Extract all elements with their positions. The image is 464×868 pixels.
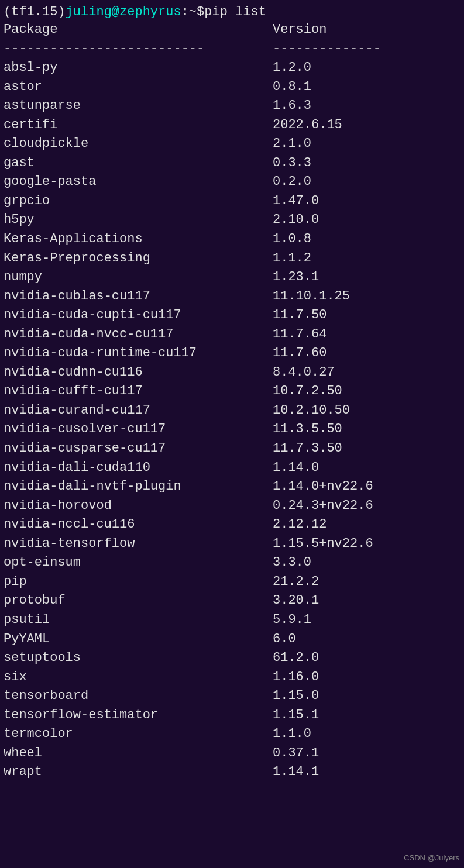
package-version: 0.37.1 [273,744,460,763]
prompt-separator: :~$ [181,5,205,19]
header-version: Version [273,20,460,40]
package-name: six [4,668,273,687]
package-name: nvidia-tensorflow [4,535,273,554]
package-name: grpcio [4,192,273,211]
package-version: 6.0 [273,630,460,649]
package-name: nvidia-horovod [4,497,273,516]
terminal: (tf1.15) juling@zephyrus :~$ pip list Pa… [4,5,460,782]
divider-version: -------------- [273,40,460,59]
table-row: nvidia-cuda-nvcc-cu11711.7.64 [4,325,460,345]
table-row: nvidia-curand-cu11710.2.10.50 [4,401,460,421]
package-version: 0.24.3+nv22.6 [273,497,460,516]
package-version: 1.15.0 [273,687,460,706]
package-rows: absl-py1.2.0astor0.8.1astunparse1.6.3cer… [4,58,460,782]
package-name: tensorboard [4,687,273,706]
package-version: 11.7.60 [273,344,460,363]
package-name: cloudpickle [4,135,273,154]
table-row: nvidia-cudnn-cu1168.4.0.27 [4,363,460,383]
table-row: six1.16.0 [4,668,460,687]
package-name: nvidia-cusparse-cu117 [4,439,273,459]
package-version: 1.16.0 [273,668,460,687]
table-row: nvidia-dali-nvtf-plugin1.14.0+nv22.6 [4,477,460,497]
package-version: 1.1.0 [273,725,460,744]
package-version: 8.4.0.27 [273,363,460,383]
package-name: gast [4,154,273,173]
package-name: certifi [4,116,273,135]
package-name: nvidia-dali-nvtf-plugin [4,477,273,497]
table-row: PyYAML6.0 [4,630,460,649]
table-row: tensorboard1.15.0 [4,687,460,706]
table-row: nvidia-cusolver-cu11711.3.5.50 [4,420,460,439]
package-name: nvidia-cufft-cu117 [4,382,273,401]
package-name: pip [4,573,273,592]
package-version: 2.1.0 [273,135,460,154]
divider-package: -------------------------- [4,40,273,59]
table-row: nvidia-cufft-cu11710.7.2.50 [4,382,460,401]
package-version: 21.2.2 [273,573,460,592]
package-version: 1.0.8 [273,230,460,249]
package-version: 11.3.5.50 [273,420,460,439]
prompt-env: (tf1.15) [4,5,66,19]
package-version: 3.20.1 [273,591,460,611]
table-divider: -------------------------- -------------… [4,40,460,59]
table-row: nvidia-cuda-runtime-cu11711.7.60 [4,344,460,363]
package-version: 1.14.0 [273,459,460,478]
package-name: astunparse [4,97,273,116]
table-row: nvidia-nccl-cu1162.12.12 [4,515,460,535]
package-name: nvidia-cublas-cu117 [4,287,273,306]
package-name: setuptools [4,649,273,668]
package-name: astor [4,78,273,97]
table-row: certifi2022.6.15 [4,116,460,135]
package-name: psutil [4,611,273,630]
package-version: 2022.6.15 [273,116,460,135]
package-name: PyYAML [4,630,273,649]
package-name: nvidia-cudnn-cu116 [4,363,273,383]
package-name: h5py [4,211,273,230]
package-name: nvidia-nccl-cu116 [4,515,273,535]
table-row: wheel0.37.1 [4,744,460,763]
package-name: nvidia-dali-cuda110 [4,459,273,478]
package-version: 2.12.12 [273,515,460,535]
package-version: 61.2.0 [273,649,460,668]
package-name: nvidia-cuda-nvcc-cu117 [4,325,273,345]
package-version: 1.14.0+nv22.6 [273,477,460,497]
prompt-line: (tf1.15) juling@zephyrus :~$ pip list [4,5,460,19]
table-row: nvidia-cuda-cupti-cu11711.7.50 [4,306,460,325]
table-row: protobuf3.20.1 [4,591,460,611]
table-row: grpcio1.47.0 [4,192,460,211]
table-row: numpy1.23.1 [4,268,460,287]
package-version: 2.10.0 [273,211,460,230]
table-row: tensorflow-estimator1.15.1 [4,706,460,725]
package-version: 1.15.5+nv22.6 [273,535,460,554]
package-version: 11.7.50 [273,306,460,325]
package-version: 0.8.1 [273,78,460,97]
package-version: 1.1.2 [273,249,460,268]
package-name: protobuf [4,591,273,611]
table-row: Keras-Applications1.0.8 [4,230,460,249]
package-version: 0.3.3 [273,154,460,173]
table-row: termcolor1.1.0 [4,725,460,744]
table-row: nvidia-tensorflow1.15.5+nv22.6 [4,535,460,554]
watermark: CSDN @Julyers [404,853,459,862]
table-row: nvidia-cublas-cu11711.10.1.25 [4,287,460,306]
table-row: nvidia-dali-cuda1101.14.0 [4,459,460,478]
package-version: 11.10.1.25 [273,287,460,306]
package-version: 11.7.64 [273,325,460,345]
prompt-user: juling@zephyrus [66,5,181,19]
package-version: 1.2.0 [273,58,460,78]
table-header: Package Version [4,20,460,40]
table-row: gast0.3.3 [4,154,460,173]
package-version: 1.15.1 [273,706,460,725]
table-row: nvidia-cusparse-cu11711.7.3.50 [4,439,460,459]
package-version: 1.23.1 [273,268,460,287]
package-version: 0.2.0 [273,173,460,192]
package-table: Package Version ------------------------… [4,20,460,782]
package-name: tensorflow-estimator [4,706,273,725]
table-row: absl-py1.2.0 [4,58,460,78]
prompt-command: pip list [204,5,266,19]
table-row: nvidia-horovod0.24.3+nv22.6 [4,497,460,516]
table-row: h5py2.10.0 [4,211,460,230]
package-name: nvidia-curand-cu117 [4,401,273,421]
package-name: termcolor [4,725,273,744]
package-name: wheel [4,744,273,763]
